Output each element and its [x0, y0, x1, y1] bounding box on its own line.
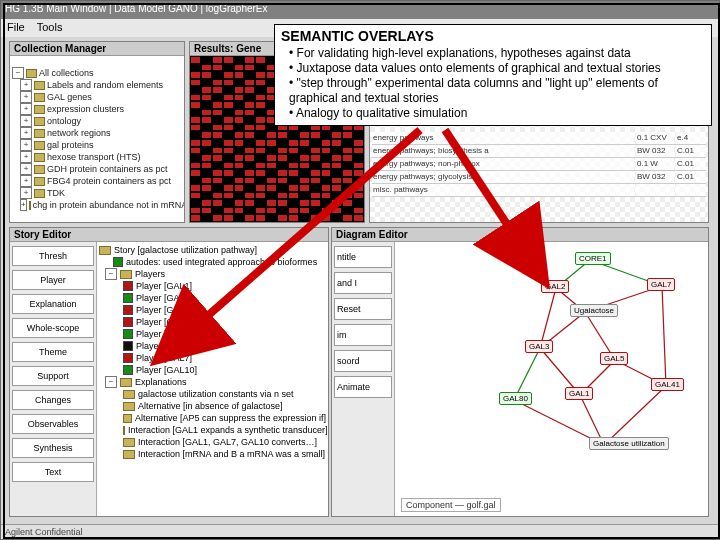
heatmap-cell[interactable]	[234, 94, 245, 102]
heatmap-cell[interactable]	[353, 154, 364, 162]
collection-item[interactable]: +FBG4 protein containers as pct	[12, 175, 182, 187]
heatmap-cell[interactable]	[255, 207, 266, 215]
heatmap-cell[interactable]	[190, 109, 201, 117]
heatmap-cell[interactable]	[234, 56, 245, 64]
heatmap-cell[interactable]	[201, 109, 212, 117]
heatmap-cell[interactable]	[212, 79, 223, 87]
heatmap-cell[interactable]	[223, 101, 234, 109]
heatmap-cell[interactable]	[321, 154, 332, 162]
heatmap-cell[interactable]	[353, 207, 364, 215]
heatmap-cell[interactable]	[342, 184, 353, 192]
heatmap-cell[interactable]	[212, 169, 223, 177]
heatmap-cell[interactable]	[190, 192, 201, 200]
heatmap-cell[interactable]	[234, 139, 245, 147]
heatmap-cell[interactable]	[212, 199, 223, 207]
heatmap-cell[interactable]	[212, 86, 223, 94]
heatmap-cell[interactable]	[223, 162, 234, 170]
heatmap-cell[interactable]	[190, 199, 201, 207]
heatmap-cell[interactable]	[266, 131, 277, 139]
heatmap-cell[interactable]	[299, 207, 310, 215]
explanation-row[interactable]: galactose utilization constants via n se…	[99, 388, 326, 400]
heatmap-cell[interactable]	[212, 139, 223, 147]
heatmap-cell[interactable]	[223, 207, 234, 215]
heatmap-cell[interactable]	[212, 154, 223, 162]
heatmap-cell[interactable]	[255, 109, 266, 117]
heatmap-cell[interactable]	[201, 154, 212, 162]
heatmap-cell[interactable]	[244, 162, 255, 170]
heatmap-cell[interactable]	[244, 94, 255, 102]
heatmap-cell[interactable]	[288, 139, 299, 147]
filter-row[interactable]: energy pathways; glycolysisBW 032C.01	[372, 171, 706, 184]
heatmap-cell[interactable]	[310, 207, 321, 215]
heatmap-cell[interactable]	[342, 207, 353, 215]
heatmap-cell[interactable]	[201, 71, 212, 79]
heatmap-cell[interactable]	[212, 207, 223, 215]
heatmap-cell[interactable]	[299, 154, 310, 162]
expand-icon[interactable]: +	[20, 139, 32, 151]
heatmap-cell[interactable]	[201, 124, 212, 132]
heatmap-cell[interactable]	[310, 184, 321, 192]
heatmap-cell[interactable]	[331, 147, 342, 155]
collection-item[interactable]: +TDK	[12, 187, 182, 199]
heatmap-cell[interactable]	[342, 199, 353, 207]
heatmap-cell[interactable]	[266, 147, 277, 155]
heatmap-cell[interactable]	[223, 71, 234, 79]
player-row[interactable]: Player [GAL7]	[99, 352, 326, 364]
filter-row[interactable]: energy pathways; non-phosox0.1 WC.01	[372, 158, 706, 171]
heatmap-cell[interactable]	[212, 124, 223, 132]
heatmap-cell[interactable]	[277, 192, 288, 200]
player-row[interactable]: Player [GAL1]	[99, 280, 326, 292]
heatmap-cell[interactable]	[277, 214, 288, 222]
heatmap-cell[interactable]	[255, 199, 266, 207]
heatmap-cell[interactable]	[212, 64, 223, 72]
heatmap-cell[interactable]	[255, 169, 266, 177]
diagram-node[interactable]: GAL7	[647, 278, 675, 291]
heatmap-cell[interactable]	[310, 147, 321, 155]
expand-icon[interactable]: +	[20, 91, 32, 103]
heatmap-cell[interactable]	[201, 56, 212, 64]
heatmap-cell[interactable]	[212, 109, 223, 117]
heatmap-cell[interactable]	[255, 124, 266, 132]
heatmap-cell[interactable]	[201, 131, 212, 139]
heatmap-cell[interactable]	[223, 139, 234, 147]
expand-icon[interactable]: +	[20, 79, 32, 91]
heatmap-cell[interactable]	[244, 192, 255, 200]
heatmap-cell[interactable]	[212, 116, 223, 124]
heatmap-cell[interactable]	[212, 94, 223, 102]
heatmap-cell[interactable]	[266, 154, 277, 162]
heatmap-cell[interactable]	[223, 94, 234, 102]
heatmap-cell[interactable]	[223, 169, 234, 177]
explanation-row[interactable]: Alternative [in absence of galactose]	[99, 400, 326, 412]
heatmap-cell[interactable]	[310, 214, 321, 222]
story-slot[interactable]: Thresh	[12, 246, 94, 266]
explanation-row[interactable]: Interaction [mRNA and B a mRNA was a sma…	[99, 448, 326, 460]
heatmap-cell[interactable]	[223, 109, 234, 117]
heatmap-cell[interactable]	[190, 71, 201, 79]
heatmap-cell[interactable]	[321, 177, 332, 185]
heatmap-cell[interactable]	[212, 177, 223, 185]
heatmap-cell[interactable]	[255, 116, 266, 124]
heatmap-cell[interactable]	[255, 162, 266, 170]
heatmap-cell[interactable]	[234, 86, 245, 94]
collection-body[interactable]: −All collections+Labels and random eleme…	[10, 56, 184, 222]
heatmap-cell[interactable]	[331, 199, 342, 207]
heatmap-cell[interactable]	[255, 192, 266, 200]
heatmap-cell[interactable]	[244, 177, 255, 185]
heatmap-cell[interactable]	[342, 192, 353, 200]
expand-icon[interactable]: +	[20, 187, 32, 199]
heatmap-cell[interactable]	[255, 71, 266, 79]
heatmap-cell[interactable]	[288, 214, 299, 222]
heatmap-cell[interactable]	[190, 154, 201, 162]
heatmap-cell[interactable]	[288, 192, 299, 200]
heatmap-cell[interactable]	[255, 154, 266, 162]
heatmap-cell[interactable]	[288, 177, 299, 185]
heatmap-cell[interactable]	[288, 199, 299, 207]
heatmap-cell[interactable]	[331, 169, 342, 177]
explanation-row[interactable]: Interaction [GAL1, GAL7, GAL10 converts……	[99, 436, 326, 448]
heatmap-cell[interactable]	[190, 86, 201, 94]
heatmap-cell[interactable]	[223, 177, 234, 185]
explanation-row[interactable]: Alternative [AP5 can suppress the expres…	[99, 412, 326, 424]
heatmap-cell[interactable]	[255, 86, 266, 94]
heatmap-cell[interactable]	[277, 207, 288, 215]
heatmap-cell[interactable]	[223, 116, 234, 124]
